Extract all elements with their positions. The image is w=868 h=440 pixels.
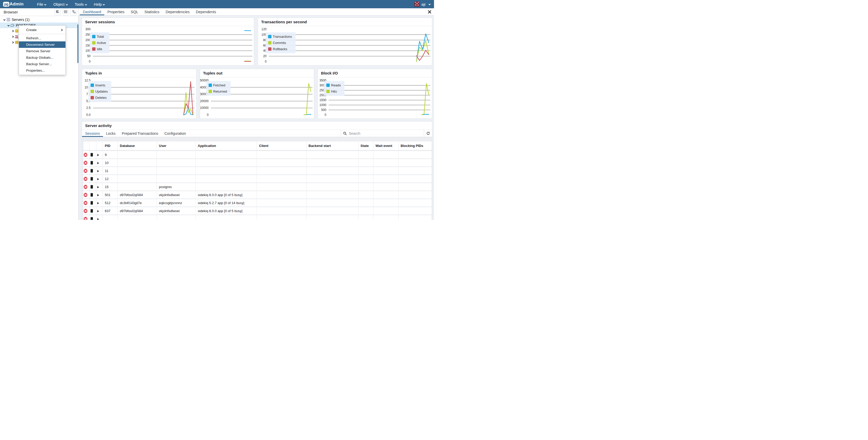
cancel-query-button[interactable] [83,151,90,158]
expand-row-toggle[interactable] [96,183,103,190]
legend-swatch [326,84,330,87]
menu-file[interactable]: File [34,1,49,7]
expand-row-toggle[interactable] [96,199,103,207]
context-menu-item-remove-server[interactable]: Remove Server [19,48,65,54]
expand-icon [96,185,100,189]
cancel-query-button[interactable] [83,191,90,198]
terminate-session-button[interactable] [90,199,96,207]
context-menu-item-backup-globals[interactable]: Backup Globals... [19,54,65,61]
terminate-session-button[interactable] [90,207,96,214]
tab-properties[interactable]: Properties [104,8,128,15]
context-menu-item-properties[interactable]: Properties... [19,67,65,74]
close-icon [428,10,431,14]
close-panel-button[interactable] [428,10,431,14]
table-row: 15postgres [83,183,432,190]
expand-row-toggle[interactable] [96,175,103,182]
cell-wait_event [373,167,399,174]
chevron-right-icon[interactable] [10,42,14,43]
cell-application [196,215,257,220]
context-menu-item-create[interactable]: Create [19,27,65,33]
expand-row-toggle[interactable] [96,215,103,220]
cancel-query-button[interactable] [83,159,90,166]
chevron-down-icon[interactable] [2,19,6,21]
terminate-session-button[interactable] [90,215,96,220]
column-header-client[interactable]: Client [257,142,306,150]
cell-state [359,151,373,158]
cancel-query-button[interactable] [83,183,90,190]
cell-database [118,175,157,182]
expand-row-toggle[interactable] [96,151,103,158]
context-menu-item-backup-server[interactable]: Backup Server... [19,61,65,67]
context-menu-item-disconnect-server[interactable]: Disconnect Server [19,41,65,48]
column-header-application[interactable]: Application [196,142,257,150]
chevron-down-icon [429,3,431,5]
cell-backend_start [306,215,359,220]
column-header-database[interactable]: Database [118,142,157,150]
stop-icon [90,184,94,188]
table-row: 12 [83,175,432,182]
legend-item-updates: Updates [91,90,108,93]
tree-item-servers-1-[interactable]: Servers (1) [0,17,79,23]
cell-user [157,167,196,174]
menu-tools[interactable]: Tools [72,1,89,7]
server-activity-title: Server activity [82,122,432,130]
tab-sql[interactable]: SQL [128,8,141,15]
tab-statistics[interactable]: Statistics [141,8,162,15]
chart-legend: InsertsUpdatesDeletes [88,81,111,102]
cancel-icon [83,200,88,205]
expand-row-toggle[interactable] [96,159,103,166]
legend-swatch [92,35,95,38]
column-header-backend-start[interactable]: Backend start [306,142,359,150]
chevron-right-icon[interactable] [10,30,14,32]
expand-row-toggle[interactable] [96,207,103,214]
cancel-query-button[interactable] [83,175,90,182]
column-header-pid[interactable]: PID [103,142,118,150]
expand-icon [96,201,100,205]
tab-prepared-transactions[interactable]: Prepared Transactions [119,130,161,137]
databases-icon [14,29,19,33]
chevron-down-icon [103,3,105,5]
table-row: 512dc3t4f143gil7eeqkcsgbjsrxnnzsidekiq 5… [83,199,432,207]
tab-locks[interactable]: Locks [103,130,119,137]
cancel-query-button[interactable] [83,199,90,207]
terminate-session-button[interactable] [90,159,96,166]
tab-dependents[interactable]: Dependents [193,8,219,15]
cancel-query-button[interactable] [83,167,90,174]
cancel-query-button[interactable] [83,207,90,214]
column-header-state[interactable]: State [359,142,373,150]
chevron-right-icon[interactable] [10,36,14,37]
cell-wait_event [373,199,399,207]
column-header-wait-event[interactable]: Wait event [373,142,399,150]
tab-configuration[interactable]: Configuration [161,130,189,137]
query-tool-grid-button[interactable] [62,9,69,15]
tab-dependencies[interactable]: Dependencies [162,8,193,15]
legend-swatch [91,90,94,93]
column-header-user[interactable]: User [157,142,196,150]
view-data-button[interactable] [54,9,61,15]
search-input[interactable] [349,131,422,135]
filter-rows-button[interactable] [70,9,77,15]
context-menu-item-refresh[interactable]: Refresh... [19,35,65,41]
cell-user [157,159,196,166]
expand-row-toggle[interactable] [96,191,103,198]
terminate-session-button[interactable] [90,183,96,190]
tab-sessions[interactable]: Sessions [82,130,103,137]
expand-row-toggle[interactable] [96,167,103,174]
terminate-session-button[interactable] [90,175,96,182]
refresh-button[interactable] [424,130,432,137]
column-header-blocking-pids[interactable]: Blocking PIDs [399,142,432,150]
terminate-session-button[interactable] [90,191,96,198]
svg-text:500: 500 [321,108,326,112]
tab-dashboard[interactable]: Dashboard [80,8,104,15]
cancel-query-button[interactable] [83,215,90,220]
stop-icon [90,217,94,220]
menu-object[interactable]: Object [51,1,70,7]
cell-client [257,175,306,182]
terminate-session-button[interactable] [90,167,96,174]
terminate-session-button[interactable] [90,151,96,158]
chevron-down-icon[interactable] [6,25,10,26]
sidebar-scrollbar[interactable] [78,24,79,63]
menu-help[interactable]: Help [91,1,107,7]
user-menu[interactable]: ajr [414,2,430,7]
legend-swatch [326,90,330,93]
